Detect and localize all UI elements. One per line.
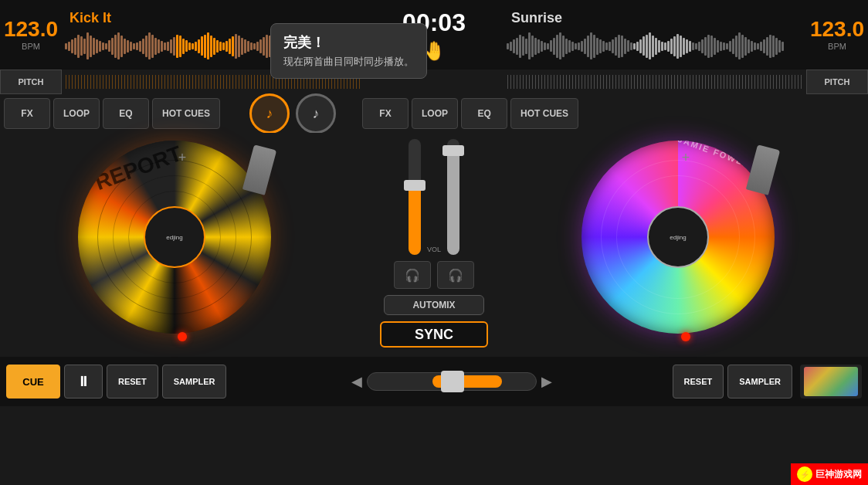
deck-b-button[interactable]: ♪ [296, 93, 336, 134]
right-bpm: 123.0 BPM [806, 0, 868, 70]
right-sampler-button[interactable]: SAMPLER [727, 365, 792, 399]
pitch-row: PITCH PITCH [0, 70, 868, 94]
left-eq-button[interactable]: EQ [103, 98, 149, 129]
left-disc-label: edjing [144, 206, 205, 268]
right-pitch-button[interactable]: PITCH [806, 70, 868, 94]
right-led [681, 332, 690, 341]
right-turntable-section: edjing JAMIE FOWLER + [504, 133, 868, 357]
notification-popup: 完美！ 现在两首曲目同时同步播放。 [270, 23, 427, 79]
right-track: Sunrise [504, 0, 806, 70]
right-plus-icon: + [682, 150, 690, 166]
mixer-section: VOL 🎧 🎧 AUTOMIX SYNC [364, 133, 504, 357]
left-headphone-button[interactable]: 🎧 [394, 261, 431, 289]
fader-container: VOL [368, 139, 500, 255]
right-channel-fader[interactable] [447, 139, 459, 255]
left-sampler-button[interactable]: SAMPLER [162, 365, 227, 399]
left-turntable-section: edjing REPORT + [0, 133, 364, 357]
headphone-left-icon: 🎧 [405, 268, 420, 283]
deck-a-button[interactable]: ♪ [249, 93, 290, 134]
notification-title: 完美！ [283, 33, 414, 52]
left-loop-button[interactable]: LOOP [53, 98, 100, 129]
deck-b-icon: ♪ [313, 106, 320, 122]
crossfader-handle[interactable] [441, 371, 464, 392]
left-channel-fader[interactable] [409, 139, 421, 255]
headphone-row: 🎧 🎧 [394, 261, 474, 289]
right-extra-controls [800, 365, 862, 399]
right-waveform [504, 29, 806, 63]
left-fader-handle[interactable] [404, 180, 426, 191]
right-eq-button[interactable]: EQ [461, 98, 507, 129]
automix-button[interactable]: AUTOMIX [384, 295, 484, 315]
left-hot-cues-button[interactable]: HOT CUES [152, 98, 220, 129]
left-bpm: 123.0 BPM [0, 0, 62, 70]
deck-selector: ♪ ♪ [223, 93, 362, 134]
right-turntable-disc[interactable]: edjing JAMIE FOWLER [581, 141, 775, 334]
cue-button[interactable]: CUE [6, 365, 60, 399]
left-turntable-disc[interactable]: edjing REPORT [78, 141, 271, 334]
left-led [178, 332, 187, 341]
left-pitch-button[interactable]: PITCH [0, 70, 62, 94]
crossfader-section: ◀ ▶ [230, 372, 672, 391]
pause-button[interactable]: ⏸ [64, 365, 103, 399]
deck-a-icon: ♪ [266, 106, 273, 122]
right-loop-button[interactable]: LOOP [412, 98, 458, 129]
crossfader-left-arrow[interactable]: ◀ [351, 373, 362, 390]
left-bpm-label: BPM [22, 42, 40, 51]
right-bpm-value: 123.0 [810, 19, 864, 40]
left-plus-icon: + [178, 150, 187, 166]
notification-body: 现在两首曲目同时同步播放。 [283, 55, 414, 69]
right-turntable-wrapper: edjing JAMIE FOWLER + [581, 141, 790, 349]
sync-button[interactable]: SYNC [380, 321, 488, 348]
right-disc-label: edjing [647, 206, 709, 268]
right-track-title: Sunrise [504, 7, 806, 29]
right-tonearm [746, 144, 781, 195]
left-turntable-wrapper: edjing REPORT + [78, 141, 287, 349]
right-pitch-waveform [504, 70, 806, 94]
main-area: edjing REPORT + VOL [0, 133, 868, 357]
top-bar: 123.0 BPM Kick It 00:03 🤚 Sunrise 123.0 … [0, 0, 868, 70]
right-headphone-button[interactable]: 🎧 [437, 261, 474, 289]
left-tonearm [242, 144, 277, 195]
controls-row: FX LOOP EQ HOT CUES ♪ ♪ FX LOOP EQ HOT C… [0, 94, 868, 133]
vol-label: VOL [427, 246, 441, 253]
watermark: ⚡ 巨神游戏网 [791, 463, 868, 485]
left-fx-button[interactable]: FX [4, 98, 50, 129]
right-hot-cues-button[interactable]: HOT CUES [510, 98, 578, 129]
headphone-right-icon: 🎧 [448, 268, 463, 283]
right-fx-button[interactable]: FX [362, 98, 409, 129]
watermark-text: 巨神游戏网 [815, 468, 862, 481]
crossfader-track[interactable] [367, 372, 537, 391]
right-fader-handle[interactable] [442, 145, 464, 156]
crossfader-right-arrow[interactable]: ▶ [541, 373, 552, 390]
right-bpm-label: BPM [828, 42, 846, 51]
bottom-row: CUE ⏸ RESET SAMPLER ◀ ▶ RESET SAMPLER [0, 357, 868, 406]
watermark-logo: ⚡ [797, 466, 812, 482]
left-reset-button[interactable]: RESET [107, 365, 158, 399]
right-reset-button[interactable]: RESET [673, 365, 724, 399]
left-bpm-value: 123.0 [4, 19, 58, 40]
